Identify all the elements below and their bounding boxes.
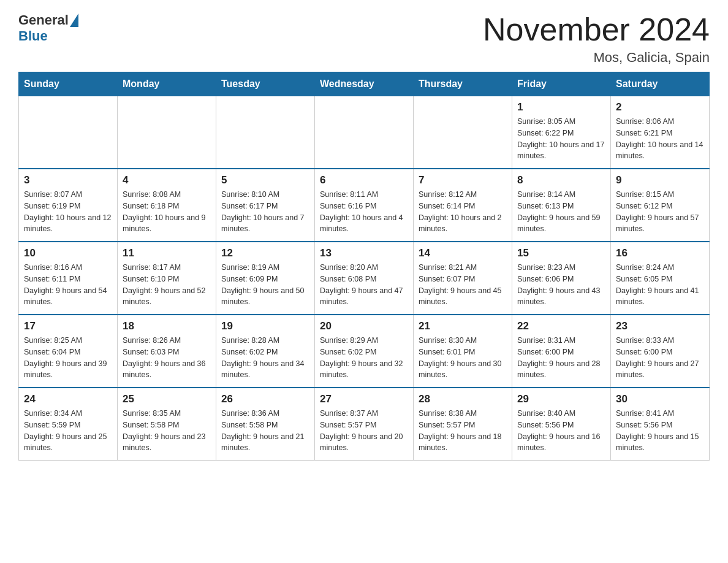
day-info: Sunrise: 8:26 AMSunset: 6:03 PMDaylight:…: [123, 335, 211, 381]
day-number: 27: [320, 393, 408, 405]
calendar-week-row: 3Sunrise: 8:07 AMSunset: 6:19 PMDaylight…: [19, 169, 710, 242]
calendar-cell: 9Sunrise: 8:15 AMSunset: 6:12 PMDaylight…: [611, 169, 710, 242]
day-info: Sunrise: 8:35 AMSunset: 5:58 PMDaylight:…: [123, 408, 211, 454]
day-number: 10: [24, 247, 112, 259]
header-saturday: Saturday: [611, 72, 710, 96]
day-info: Sunrise: 8:23 AMSunset: 6:06 PMDaylight:…: [517, 262, 605, 308]
day-info: Sunrise: 8:38 AMSunset: 5:57 PMDaylight:…: [419, 408, 507, 454]
day-number: 11: [123, 247, 211, 259]
header-monday: Monday: [118, 72, 216, 96]
day-number: 29: [517, 393, 605, 405]
day-info: Sunrise: 8:15 AMSunset: 6:12 PMDaylight:…: [616, 189, 704, 235]
day-info: Sunrise: 8:36 AMSunset: 5:58 PMDaylight:…: [221, 408, 309, 454]
calendar-cell: 14Sunrise: 8:21 AMSunset: 6:07 PMDayligh…: [414, 242, 512, 315]
weekday-header-row: Sunday Monday Tuesday Wednesday Thursday…: [19, 72, 710, 96]
calendar-cell: [315, 96, 414, 169]
title-block: November 2024 Mos, Galicia, Spain: [483, 12, 710, 66]
calendar-cell: 3Sunrise: 8:07 AMSunset: 6:19 PMDaylight…: [19, 169, 118, 242]
day-number: 22: [517, 320, 605, 332]
day-info: Sunrise: 8:07 AMSunset: 6:19 PMDaylight:…: [24, 189, 112, 235]
calendar-cell: 18Sunrise: 8:26 AMSunset: 6:03 PMDayligh…: [118, 315, 216, 388]
day-number: 20: [320, 320, 408, 332]
calendar-cell: 12Sunrise: 8:19 AMSunset: 6:09 PMDayligh…: [216, 242, 315, 315]
calendar-cell: 10Sunrise: 8:16 AMSunset: 6:11 PMDayligh…: [19, 242, 118, 315]
calendar-week-row: 10Sunrise: 8:16 AMSunset: 6:11 PMDayligh…: [19, 242, 710, 315]
day-info: Sunrise: 8:08 AMSunset: 6:18 PMDaylight:…: [123, 189, 211, 235]
calendar-cell: 24Sunrise: 8:34 AMSunset: 5:59 PMDayligh…: [19, 388, 118, 461]
day-number: 3: [24, 174, 112, 186]
day-info: Sunrise: 8:40 AMSunset: 5:56 PMDaylight:…: [517, 408, 605, 454]
calendar-cell: 20Sunrise: 8:29 AMSunset: 6:02 PMDayligh…: [315, 315, 414, 388]
calendar-cell: 29Sunrise: 8:40 AMSunset: 5:56 PMDayligh…: [512, 388, 611, 461]
calendar-cell: [216, 96, 315, 169]
calendar-cell: 11Sunrise: 8:17 AMSunset: 6:10 PMDayligh…: [118, 242, 216, 315]
day-number: 19: [221, 320, 309, 332]
logo: General Blue: [18, 12, 78, 44]
day-info: Sunrise: 8:12 AMSunset: 6:14 PMDaylight:…: [419, 189, 507, 235]
calendar-cell: 2Sunrise: 8:06 AMSunset: 6:21 PMDaylight…: [611, 96, 710, 169]
day-info: Sunrise: 8:41 AMSunset: 5:56 PMDaylight:…: [616, 408, 704, 454]
day-number: 23: [616, 320, 704, 332]
day-number: 24: [24, 393, 112, 405]
calendar-table: Sunday Monday Tuesday Wednesday Thursday…: [18, 72, 710, 461]
day-number: 28: [419, 393, 507, 405]
logo-triangle-icon: [70, 13, 78, 27]
calendar-cell: 5Sunrise: 8:10 AMSunset: 6:17 PMDaylight…: [216, 169, 315, 242]
day-info: Sunrise: 8:34 AMSunset: 5:59 PMDaylight:…: [24, 408, 112, 454]
day-number: 5: [221, 174, 309, 186]
calendar-cell: 4Sunrise: 8:08 AMSunset: 6:18 PMDaylight…: [118, 169, 216, 242]
day-info: Sunrise: 8:30 AMSunset: 6:01 PMDaylight:…: [419, 335, 507, 381]
calendar-week-row: 17Sunrise: 8:25 AMSunset: 6:04 PMDayligh…: [19, 315, 710, 388]
calendar-cell: 7Sunrise: 8:12 AMSunset: 6:14 PMDaylight…: [414, 169, 512, 242]
day-number: 25: [123, 393, 211, 405]
day-info: Sunrise: 8:25 AMSunset: 6:04 PMDaylight:…: [24, 335, 112, 381]
calendar-cell: 28Sunrise: 8:38 AMSunset: 5:57 PMDayligh…: [414, 388, 512, 461]
day-info: Sunrise: 8:10 AMSunset: 6:17 PMDaylight:…: [221, 189, 309, 235]
day-info: Sunrise: 8:05 AMSunset: 6:22 PMDaylight:…: [517, 116, 605, 162]
day-number: 26: [221, 393, 309, 405]
day-info: Sunrise: 8:06 AMSunset: 6:21 PMDaylight:…: [616, 116, 704, 162]
calendar-cell: 16Sunrise: 8:24 AMSunset: 6:05 PMDayligh…: [611, 242, 710, 315]
header-thursday: Thursday: [414, 72, 512, 96]
day-number: 16: [616, 247, 704, 259]
calendar-cell: 6Sunrise: 8:11 AMSunset: 6:16 PMDaylight…: [315, 169, 414, 242]
calendar-cell: 30Sunrise: 8:41 AMSunset: 5:56 PMDayligh…: [611, 388, 710, 461]
day-info: Sunrise: 8:33 AMSunset: 6:00 PMDaylight:…: [616, 335, 704, 381]
day-number: 12: [221, 247, 309, 259]
day-number: 14: [419, 247, 507, 259]
location-title: Mos, Galicia, Spain: [483, 50, 710, 66]
day-number: 17: [24, 320, 112, 332]
day-number: 18: [123, 320, 211, 332]
page-header: General Blue November 2024 Mos, Galicia,…: [18, 12, 710, 66]
day-info: Sunrise: 8:29 AMSunset: 6:02 PMDaylight:…: [320, 335, 408, 381]
day-info: Sunrise: 8:14 AMSunset: 6:13 PMDaylight:…: [517, 189, 605, 235]
day-info: Sunrise: 8:37 AMSunset: 5:57 PMDaylight:…: [320, 408, 408, 454]
day-info: Sunrise: 8:24 AMSunset: 6:05 PMDaylight:…: [616, 262, 704, 308]
month-title: November 2024: [483, 12, 710, 47]
day-info: Sunrise: 8:28 AMSunset: 6:02 PMDaylight:…: [221, 335, 309, 381]
day-info: Sunrise: 8:31 AMSunset: 6:00 PMDaylight:…: [517, 335, 605, 381]
day-number: 6: [320, 174, 408, 186]
header-tuesday: Tuesday: [216, 72, 315, 96]
calendar-cell: [19, 96, 118, 169]
day-number: 2: [616, 101, 704, 113]
calendar-cell: [414, 96, 512, 169]
calendar-week-row: 24Sunrise: 8:34 AMSunset: 5:59 PMDayligh…: [19, 388, 710, 461]
logo-blue-text: Blue: [18, 28, 48, 44]
day-number: 4: [123, 174, 211, 186]
calendar-week-row: 1Sunrise: 8:05 AMSunset: 6:22 PMDaylight…: [19, 96, 710, 169]
day-info: Sunrise: 8:11 AMSunset: 6:16 PMDaylight:…: [320, 189, 408, 235]
day-number: 15: [517, 247, 605, 259]
calendar-cell: 13Sunrise: 8:20 AMSunset: 6:08 PMDayligh…: [315, 242, 414, 315]
calendar-cell: 25Sunrise: 8:35 AMSunset: 5:58 PMDayligh…: [118, 388, 216, 461]
day-number: 8: [517, 174, 605, 186]
logo-general-text: General: [18, 12, 69, 28]
header-sunday: Sunday: [19, 72, 118, 96]
day-info: Sunrise: 8:20 AMSunset: 6:08 PMDaylight:…: [320, 262, 408, 308]
header-friday: Friday: [512, 72, 611, 96]
day-number: 30: [616, 393, 704, 405]
day-number: 9: [616, 174, 704, 186]
calendar-cell: 26Sunrise: 8:36 AMSunset: 5:58 PMDayligh…: [216, 388, 315, 461]
calendar-cell: 1Sunrise: 8:05 AMSunset: 6:22 PMDaylight…: [512, 96, 611, 169]
day-info: Sunrise: 8:19 AMSunset: 6:09 PMDaylight:…: [221, 262, 309, 308]
